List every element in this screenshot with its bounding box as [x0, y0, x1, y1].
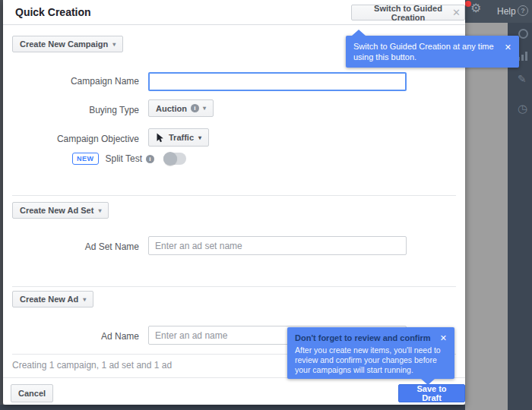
tooltip-body: After you create new items, you'll need … [295, 345, 447, 375]
pencil-icon: ✎ [518, 73, 527, 85]
chevron-down-icon: ▾ [203, 105, 206, 112]
chevron-down-icon: ▾ [98, 207, 101, 214]
help-menu[interactable]: Help [497, 6, 516, 17]
cursor-icon [156, 133, 164, 143]
section-divider [12, 286, 456, 287]
split-test-toggle[interactable] [163, 153, 186, 165]
campaign-objective-select[interactable]: Traffic ▾ [148, 128, 209, 147]
review-confirm-tooltip: Don't forget to review and confirm After… [287, 327, 454, 379]
app-top-bar: ⚙ Help ? [465, 0, 532, 23]
tooltip-close-icon[interactable]: ✕ [440, 333, 447, 343]
campaign-objective-label: Campaign Objective [3, 134, 139, 144]
chevron-down-icon: ▾ [198, 134, 201, 141]
split-test-row: NEW Split Test i [72, 153, 186, 165]
save-to-draft-button[interactable]: Save to Draft [398, 384, 465, 402]
ad-set-name-input[interactable] [148, 236, 407, 255]
circle-icon [518, 29, 528, 39]
modal-header: Quick Creation Switch to Guided Creation… [3, 0, 465, 25]
section-divider [12, 195, 456, 196]
dimmed-page-bottom-bar [0, 405, 465, 410]
creation-summary-text: Creating 1 campaign, 1 ad set and 1 ad [12, 360, 172, 371]
clock-icon: ◷ [518, 102, 527, 115]
buying-type-select[interactable]: Auction i ▾ [148, 99, 214, 117]
ad-name-label: Ad Name [3, 331, 139, 342]
dimmed-content-column [465, 23, 508, 410]
modal-close-icon[interactable]: ✕ [452, 7, 461, 18]
chevron-down-icon: ▾ [83, 296, 86, 303]
tooltip-title: Don't forget to review and confirm [295, 333, 447, 342]
dimmed-right-toolbar: ✎ ◷ [508, 23, 532, 410]
tooltip-text: Switch to Guided Creation at any time us… [353, 42, 494, 62]
create-new-ad-button[interactable]: Create New Ad ▾ [12, 291, 93, 308]
create-new-campaign-button[interactable]: Create New Campaign ▾ [12, 36, 123, 52]
cancel-button[interactable]: Cancel [11, 384, 53, 402]
info-icon: i [191, 104, 199, 112]
buying-type-label: Buying Type [3, 105, 139, 115]
switch-to-guided-creation-button[interactable]: Switch to Guided Creation [351, 5, 465, 20]
create-new-ad-set-button[interactable]: Create New Ad Set ▾ [12, 202, 109, 219]
help-question-icon[interactable]: ? [518, 5, 528, 16]
gear-icon[interactable]: ⚙ [470, 2, 481, 14]
campaign-name-label: Campaign Name [3, 76, 139, 87]
info-icon: i [146, 155, 154, 163]
split-test-label: Split Test [106, 153, 142, 164]
guided-creation-tooltip: Switch to Guided Creation at any time us… [346, 36, 519, 68]
toggle-knob [163, 152, 177, 166]
modal-title: Quick Creation [15, 6, 91, 18]
campaign-name-input[interactable] [148, 72, 407, 91]
chevron-down-icon: ▾ [112, 41, 116, 48]
ad-set-name-label: Ad Set Name [3, 241, 139, 252]
tooltip-close-icon[interactable]: ✕ [505, 42, 511, 52]
new-badge: NEW [72, 153, 99, 165]
